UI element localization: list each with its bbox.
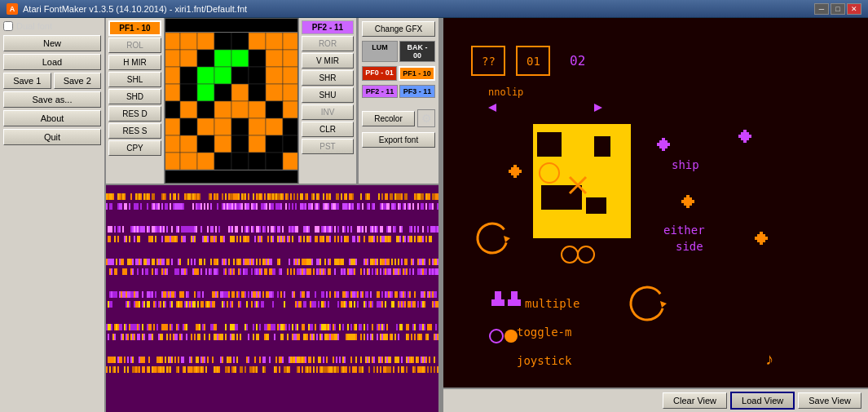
pf0-color[interactable]: PF0 - 01: [362, 66, 397, 81]
change-gfx-button[interactable]: Change GFX: [362, 21, 435, 37]
center-panel: PF1 - 10 ROL H MIR SHL SHD RES D RES S C…: [106, 18, 440, 412]
gear-button[interactable]: ⚙: [417, 109, 435, 127]
charset-canvas: [106, 185, 438, 412]
pf2-button[interactable]: PF2 - 11: [302, 20, 354, 34]
cpy-button[interactable]: CPY: [108, 140, 161, 156]
save1-button[interactable]: Save 1: [3, 73, 51, 89]
recolor-button[interactable]: Recolor: [362, 111, 415, 126]
editor-top: PF1 - 10 ROL H MIR SHL SHD RES D RES S C…: [106, 18, 438, 185]
dual-font-row: Dual font: [3, 21, 101, 31]
window-controls: ─ □ ✕: [814, 3, 861, 15]
pf23-row: PF2 - 11 PF3 - 11: [362, 85, 435, 98]
dual-font-checkbox[interactable]: [3, 21, 13, 31]
char-canvas[interactable]: [165, 32, 298, 171]
v-mir-button[interactable]: V MIR: [302, 53, 354, 69]
clr-button[interactable]: CLR: [302, 122, 354, 137]
save-view-button[interactable]: Save View: [798, 392, 861, 409]
ror-button[interactable]: ROR: [302, 36, 354, 51]
pf1-color[interactable]: PF1 - 10: [399, 66, 435, 81]
pixel-editor-canvas[interactable]: [165, 18, 298, 184]
save-as-button[interactable]: Save as...: [3, 91, 101, 108]
inv-button[interactable]: INV: [302, 104, 354, 120]
export-font-button[interactable]: Export font: [362, 132, 435, 148]
shr-button[interactable]: SHR: [302, 70, 354, 86]
res-d-button[interactable]: RES D: [108, 106, 161, 122]
save2-button[interactable]: Save 2: [54, 73, 102, 89]
action-panel: Change GFX LUM BAK - 00 PF0 - 01 PF1 - 1…: [357, 18, 438, 184]
clear-view-button[interactable]: Clear View: [663, 392, 727, 409]
main-container: Dual font New Load Save 1 Save 2 Save as…: [0, 18, 868, 412]
load-button[interactable]: Load: [3, 54, 101, 70]
new-button[interactable]: New: [3, 35, 101, 51]
pf1-button[interactable]: PF1 - 10: [108, 20, 161, 36]
shu-button[interactable]: SHU: [302, 87, 354, 103]
pf2-color[interactable]: PF2 - 11: [362, 85, 398, 98]
save-row: Save 1 Save 2: [3, 73, 101, 89]
app-icon: A: [7, 3, 18, 15]
charset-preview[interactable]: [106, 185, 438, 412]
bak-indicator: BAK - 00: [399, 41, 435, 62]
about-button[interactable]: About: [3, 110, 101, 126]
right-panel: Clear View Load View Save View: [443, 18, 868, 412]
recolor-row: Recolor ⚙: [362, 109, 435, 127]
lum-indicator: LUM: [362, 41, 398, 62]
pf3-color[interactable]: PF3 - 11: [399, 85, 435, 98]
window-title: Atari FontMaker v1.3.5 (14.10.2014) - xi…: [23, 4, 814, 14]
left-panel: Dual font New Load Save 1 Save 2 Save as…: [0, 18, 106, 412]
close-button[interactable]: ✕: [847, 3, 861, 15]
shl-button[interactable]: SHL: [108, 72, 161, 87]
load-view-button[interactable]: Load View: [730, 392, 795, 410]
dual-font-label: Dual font: [16, 21, 52, 31]
pst-button[interactable]: PST: [302, 139, 354, 154]
minimize-button[interactable]: ─: [814, 3, 829, 15]
right-bottom-bar: Clear View Load View Save View: [443, 388, 868, 412]
rol-button[interactable]: ROL: [108, 38, 161, 53]
gfx-canvas[interactable]: [443, 18, 868, 388]
titlebar: A Atari FontMaker v1.3.5 (14.10.2014) - …: [0, 0, 868, 18]
maximize-button[interactable]: □: [831, 3, 845, 15]
pf01-row: PF0 - 01 PF1 - 10: [362, 66, 435, 81]
shd-button[interactable]: SHD: [108, 89, 161, 104]
quit-button[interactable]: Quit: [3, 129, 101, 145]
gfx-view[interactable]: [443, 18, 868, 388]
h-mir-button[interactable]: H MIR: [108, 55, 161, 70]
lum-bak-row: LUM BAK - 00: [362, 41, 435, 62]
res-s-button[interactable]: RES S: [108, 123, 161, 139]
